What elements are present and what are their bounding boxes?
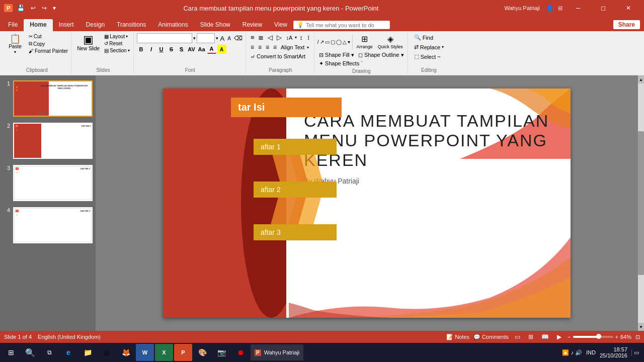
camera-btn[interactable]: 📷: [212, 344, 230, 361]
zoom-out-btn[interactable]: −: [568, 334, 571, 340]
columns-btn[interactable]: ⫶: [305, 33, 312, 42]
slide-img-2[interactable]: DAFTAR 1 D ★: [13, 123, 93, 159]
ppt-btn[interactable]: P: [174, 344, 192, 361]
chrome-btn[interactable]: ◎: [98, 344, 116, 361]
file-explorer-btn[interactable]: 📁: [78, 344, 97, 361]
strikethrough-btn[interactable]: S: [167, 45, 176, 54]
ribbon-toggle-icon[interactable]: ⊟: [558, 5, 562, 12]
shape-effects-btn[interactable]: ✦ Shape Effects `: [317, 60, 364, 67]
paint-btn[interactable]: 🎨: [193, 344, 211, 361]
word-btn[interactable]: W: [136, 344, 154, 361]
menu-item-2[interactable]: aftar 2: [254, 182, 337, 198]
font-color-btn[interactable]: A: [207, 45, 216, 54]
excel-btn[interactable]: X: [155, 344, 173, 361]
line-tool[interactable]: /: [317, 39, 319, 45]
tab-transitions[interactable]: Transitions: [111, 19, 152, 31]
numbering-btn[interactable]: ≣: [257, 33, 265, 42]
paste-button[interactable]: 📋 Paste ▾: [4, 33, 26, 55]
clear-format-btn[interactable]: ⌫: [233, 34, 244, 42]
comments-btn[interactable]: 💬 Comments: [473, 334, 509, 340]
arrow-tool[interactable]: ↗: [320, 39, 324, 45]
shadow-btn[interactable]: S: [177, 45, 186, 54]
close-btn[interactable]: ✕: [617, 0, 640, 16]
menu-item-1[interactable]: aftar 1: [254, 139, 337, 155]
zoom-handle[interactable]: [596, 334, 601, 339]
tab-design[interactable]: Design: [80, 19, 111, 31]
maximize-btn[interactable]: ◻: [592, 0, 615, 16]
slide-thumb-2[interactable]: 2 DAFTAR 1 D ★: [2, 122, 94, 160]
increase-font-btn[interactable]: A: [219, 34, 226, 43]
align-left-btn[interactable]: ≡: [249, 43, 256, 51]
slide-canvas[interactable]: tar Isi aftar 1 aftar 2 aftar 3: [163, 88, 571, 318]
slide-sorter-btn[interactable]: ⊞: [526, 332, 535, 341]
reset-button[interactable]: ↺ Reset: [103, 40, 131, 47]
find-button[interactable]: 🔍 Find: [411, 33, 436, 42]
zoom-slider[interactable]: [573, 336, 613, 338]
new-slide-button[interactable]: ▣ New Slide: [75, 33, 102, 52]
cut-button[interactable]: ✂ Cut: [27, 33, 69, 40]
decrease-font-btn[interactable]: A: [226, 35, 232, 42]
italic-btn[interactable]: I: [147, 45, 156, 54]
slide-thumb-4[interactable]: 4 DAFTAR 3 D ★: [2, 206, 94, 244]
shapes-more-btn[interactable]: ▾: [348, 39, 350, 45]
align-text-dropdown-icon[interactable]: ▾: [307, 45, 309, 50]
vertical-scrollbar[interactable]: ▲ ▼: [638, 75, 644, 331]
convert-smartart-btn[interactable]: ⤾ Convert to SmartArt: [249, 53, 307, 60]
tab-slideshow[interactable]: Slide Show: [194, 19, 236, 31]
scroll-up-btn[interactable]: ▲: [638, 75, 644, 83]
text-direction-btn[interactable]: ↕A: [284, 34, 294, 41]
tab-animations[interactable]: Animations: [152, 19, 194, 31]
underline-btn[interactable]: U: [157, 45, 166, 54]
slide-thumb-1[interactable]: 1 CARA MEMBUAT TAMPILAN MENU POWERPOINT …: [2, 79, 94, 118]
ellipse-tool[interactable]: ◯: [336, 39, 342, 45]
zoom-in-btn[interactable]: +: [615, 334, 618, 340]
scroll-down-btn[interactable]: ▼: [638, 323, 644, 331]
minimize-btn[interactable]: ─: [567, 0, 590, 16]
search-box[interactable]: 💡: [293, 21, 390, 29]
main-title-area[interactable]: CARA MEMBUAT TAMPILAN MENU POWERPOINT YA…: [304, 111, 560, 185]
replace-dropdown-icon[interactable]: ▾: [442, 45, 444, 49]
section-button[interactable]: ▤ Section ▾: [103, 47, 131, 54]
align-text-btn[interactable]: Align Text: [279, 44, 306, 51]
triangle-tool[interactable]: △: [343, 39, 347, 45]
indent-inc-btn[interactable]: ▷: [275, 33, 283, 42]
firefox-btn[interactable]: 🦊: [117, 344, 135, 361]
highlight-btn[interactable]: A: [217, 45, 226, 54]
search-btn[interactable]: 🔍: [21, 344, 39, 361]
rect-tool[interactable]: ▭: [325, 39, 330, 45]
format-painter-button[interactable]: 🖌 Format Painter: [27, 48, 69, 54]
wahyu-taskbar-app[interactable]: P Wahyu Patriaji: [251, 344, 303, 360]
share-button[interactable]: Share: [613, 20, 640, 29]
align-right-btn[interactable]: ≡: [264, 43, 271, 51]
menu-item-3[interactable]: aftar 3: [254, 224, 337, 240]
justify-btn[interactable]: ≡: [272, 43, 278, 51]
scroll-track[interactable]: [638, 83, 644, 323]
reading-view-btn[interactable]: 📖: [539, 332, 551, 341]
notes-btn[interactable]: 📝 Notes: [446, 334, 469, 340]
tab-file[interactable]: File: [2, 19, 24, 31]
copy-button[interactable]: ⧉ Copy: [27, 40, 69, 47]
bullets-btn[interactable]: ≡: [249, 33, 256, 42]
tab-home[interactable]: Home: [24, 19, 52, 31]
rounded-rect-tool[interactable]: ▢: [331, 39, 335, 45]
font-name-dropdown-icon[interactable]: ▾: [193, 36, 196, 41]
slide-img-4[interactable]: DAFTAR 3 D ★: [13, 207, 93, 243]
tab-insert[interactable]: Insert: [53, 19, 80, 31]
slideshow-btn[interactable]: ▶: [555, 332, 564, 341]
line-spacing-btn[interactable]: ↕: [298, 33, 304, 42]
bold-btn[interactable]: B: [137, 45, 146, 54]
start-btn[interactable]: ⊞: [2, 344, 20, 361]
arrange-button[interactable]: ⊞ Arrange: [355, 33, 375, 50]
search-input[interactable]: [306, 22, 386, 28]
tab-review[interactable]: Review: [236, 19, 268, 31]
quick-styles-button[interactable]: ◈ Quick Styles: [376, 33, 405, 50]
align-center-btn[interactable]: ≡: [257, 43, 263, 51]
ie-btn[interactable]: e: [59, 344, 77, 361]
font-name-input[interactable]: [137, 33, 192, 43]
customize-quick-btn[interactable]: ▾: [51, 4, 57, 13]
slide-img-1[interactable]: CARA MEMBUAT TAMPILAN MENU POWERPOINT YA…: [13, 80, 93, 117]
redo-quick-btn[interactable]: ↪: [40, 4, 48, 13]
layout-button[interactable]: ▦ Layout ▾: [103, 33, 131, 40]
fit-btn[interactable]: ⊡: [635, 334, 640, 340]
paste-dropdown-icon[interactable]: ▾: [14, 50, 16, 54]
